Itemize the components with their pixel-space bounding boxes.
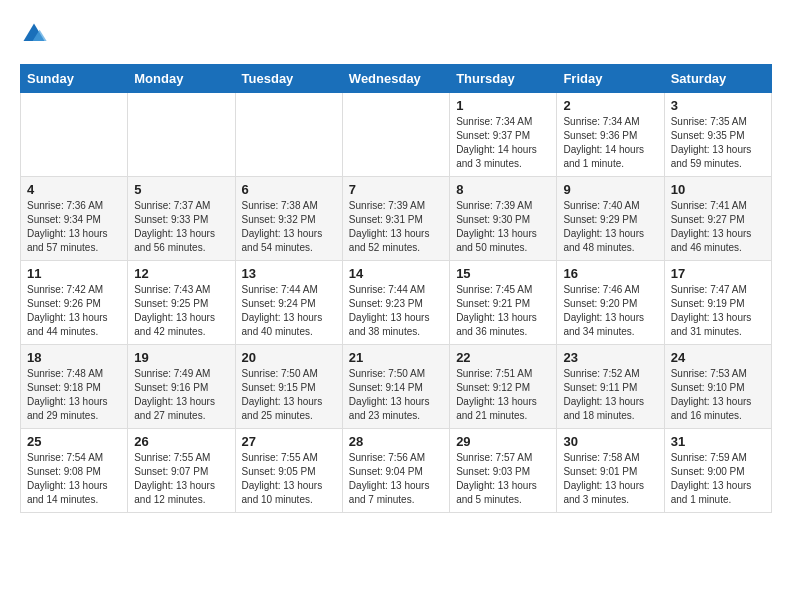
day-number: 31 xyxy=(671,434,765,449)
day-number: 26 xyxy=(134,434,228,449)
calendar-cell: 30Sunrise: 7:58 AM Sunset: 9:01 PM Dayli… xyxy=(557,429,664,513)
weekday-header: Monday xyxy=(128,65,235,93)
day-info: Sunrise: 7:41 AM Sunset: 9:27 PM Dayligh… xyxy=(671,200,752,253)
calendar-cell: 1Sunrise: 7:34 AM Sunset: 9:37 PM Daylig… xyxy=(450,93,557,177)
calendar-cell: 10Sunrise: 7:41 AM Sunset: 9:27 PM Dayli… xyxy=(664,177,771,261)
calendar-cell: 20Sunrise: 7:50 AM Sunset: 9:15 PM Dayli… xyxy=(235,345,342,429)
calendar-cell: 25Sunrise: 7:54 AM Sunset: 9:08 PM Dayli… xyxy=(21,429,128,513)
day-info: Sunrise: 7:52 AM Sunset: 9:11 PM Dayligh… xyxy=(563,368,644,421)
day-number: 5 xyxy=(134,182,228,197)
day-info: Sunrise: 7:40 AM Sunset: 9:29 PM Dayligh… xyxy=(563,200,644,253)
calendar-week-row: 25Sunrise: 7:54 AM Sunset: 9:08 PM Dayli… xyxy=(21,429,772,513)
day-number: 25 xyxy=(27,434,121,449)
calendar-cell: 17Sunrise: 7:47 AM Sunset: 9:19 PM Dayli… xyxy=(664,261,771,345)
calendar-cell: 22Sunrise: 7:51 AM Sunset: 9:12 PM Dayli… xyxy=(450,345,557,429)
calendar-cell: 4Sunrise: 7:36 AM Sunset: 9:34 PM Daylig… xyxy=(21,177,128,261)
calendar-cell: 29Sunrise: 7:57 AM Sunset: 9:03 PM Dayli… xyxy=(450,429,557,513)
logo-icon xyxy=(20,20,48,48)
day-info: Sunrise: 7:47 AM Sunset: 9:19 PM Dayligh… xyxy=(671,284,752,337)
calendar-week-row: 11Sunrise: 7:42 AM Sunset: 9:26 PM Dayli… xyxy=(21,261,772,345)
day-number: 29 xyxy=(456,434,550,449)
calendar-cell: 5Sunrise: 7:37 AM Sunset: 9:33 PM Daylig… xyxy=(128,177,235,261)
calendar-cell: 2Sunrise: 7:34 AM Sunset: 9:36 PM Daylig… xyxy=(557,93,664,177)
day-number: 1 xyxy=(456,98,550,113)
day-number: 15 xyxy=(456,266,550,281)
calendar-cell: 15Sunrise: 7:45 AM Sunset: 9:21 PM Dayli… xyxy=(450,261,557,345)
day-info: Sunrise: 7:37 AM Sunset: 9:33 PM Dayligh… xyxy=(134,200,215,253)
day-info: Sunrise: 7:34 AM Sunset: 9:37 PM Dayligh… xyxy=(456,116,537,169)
calendar-cell xyxy=(235,93,342,177)
day-info: Sunrise: 7:59 AM Sunset: 9:00 PM Dayligh… xyxy=(671,452,752,505)
calendar-cell: 6Sunrise: 7:38 AM Sunset: 9:32 PM Daylig… xyxy=(235,177,342,261)
calendar-week-row: 1Sunrise: 7:34 AM Sunset: 9:37 PM Daylig… xyxy=(21,93,772,177)
page-header xyxy=(20,20,772,48)
calendar-cell: 27Sunrise: 7:55 AM Sunset: 9:05 PM Dayli… xyxy=(235,429,342,513)
day-info: Sunrise: 7:55 AM Sunset: 9:05 PM Dayligh… xyxy=(242,452,323,505)
calendar-cell: 21Sunrise: 7:50 AM Sunset: 9:14 PM Dayli… xyxy=(342,345,449,429)
day-info: Sunrise: 7:39 AM Sunset: 9:30 PM Dayligh… xyxy=(456,200,537,253)
calendar-cell xyxy=(21,93,128,177)
calendar-cell: 18Sunrise: 7:48 AM Sunset: 9:18 PM Dayli… xyxy=(21,345,128,429)
calendar-cell: 26Sunrise: 7:55 AM Sunset: 9:07 PM Dayli… xyxy=(128,429,235,513)
weekday-header: Friday xyxy=(557,65,664,93)
calendar-cell: 23Sunrise: 7:52 AM Sunset: 9:11 PM Dayli… xyxy=(557,345,664,429)
day-number: 17 xyxy=(671,266,765,281)
day-info: Sunrise: 7:50 AM Sunset: 9:15 PM Dayligh… xyxy=(242,368,323,421)
day-number: 11 xyxy=(27,266,121,281)
day-number: 7 xyxy=(349,182,443,197)
calendar-cell: 8Sunrise: 7:39 AM Sunset: 9:30 PM Daylig… xyxy=(450,177,557,261)
day-number: 4 xyxy=(27,182,121,197)
day-number: 3 xyxy=(671,98,765,113)
day-info: Sunrise: 7:53 AM Sunset: 9:10 PM Dayligh… xyxy=(671,368,752,421)
day-info: Sunrise: 7:34 AM Sunset: 9:36 PM Dayligh… xyxy=(563,116,644,169)
day-number: 13 xyxy=(242,266,336,281)
calendar-cell: 12Sunrise: 7:43 AM Sunset: 9:25 PM Dayli… xyxy=(128,261,235,345)
calendar-cell: 24Sunrise: 7:53 AM Sunset: 9:10 PM Dayli… xyxy=(664,345,771,429)
calendar-cell xyxy=(342,93,449,177)
day-info: Sunrise: 7:46 AM Sunset: 9:20 PM Dayligh… xyxy=(563,284,644,337)
day-info: Sunrise: 7:54 AM Sunset: 9:08 PM Dayligh… xyxy=(27,452,108,505)
calendar-cell: 19Sunrise: 7:49 AM Sunset: 9:16 PM Dayli… xyxy=(128,345,235,429)
day-info: Sunrise: 7:38 AM Sunset: 9:32 PM Dayligh… xyxy=(242,200,323,253)
day-info: Sunrise: 7:51 AM Sunset: 9:12 PM Dayligh… xyxy=(456,368,537,421)
day-number: 2 xyxy=(563,98,657,113)
day-info: Sunrise: 7:55 AM Sunset: 9:07 PM Dayligh… xyxy=(134,452,215,505)
day-number: 9 xyxy=(563,182,657,197)
day-number: 12 xyxy=(134,266,228,281)
day-number: 23 xyxy=(563,350,657,365)
calendar-cell: 28Sunrise: 7:56 AM Sunset: 9:04 PM Dayli… xyxy=(342,429,449,513)
day-info: Sunrise: 7:43 AM Sunset: 9:25 PM Dayligh… xyxy=(134,284,215,337)
calendar-cell: 31Sunrise: 7:59 AM Sunset: 9:00 PM Dayli… xyxy=(664,429,771,513)
day-number: 16 xyxy=(563,266,657,281)
calendar-cell: 16Sunrise: 7:46 AM Sunset: 9:20 PM Dayli… xyxy=(557,261,664,345)
day-info: Sunrise: 7:36 AM Sunset: 9:34 PM Dayligh… xyxy=(27,200,108,253)
weekday-header: Saturday xyxy=(664,65,771,93)
day-info: Sunrise: 7:56 AM Sunset: 9:04 PM Dayligh… xyxy=(349,452,430,505)
calendar-cell: 9Sunrise: 7:40 AM Sunset: 9:29 PM Daylig… xyxy=(557,177,664,261)
day-info: Sunrise: 7:44 AM Sunset: 9:23 PM Dayligh… xyxy=(349,284,430,337)
day-info: Sunrise: 7:39 AM Sunset: 9:31 PM Dayligh… xyxy=(349,200,430,253)
calendar-week-row: 4Sunrise: 7:36 AM Sunset: 9:34 PM Daylig… xyxy=(21,177,772,261)
day-number: 19 xyxy=(134,350,228,365)
weekday-header: Tuesday xyxy=(235,65,342,93)
day-number: 21 xyxy=(349,350,443,365)
calendar-cell: 14Sunrise: 7:44 AM Sunset: 9:23 PM Dayli… xyxy=(342,261,449,345)
day-info: Sunrise: 7:35 AM Sunset: 9:35 PM Dayligh… xyxy=(671,116,752,169)
day-number: 18 xyxy=(27,350,121,365)
day-number: 28 xyxy=(349,434,443,449)
day-number: 20 xyxy=(242,350,336,365)
weekday-header: Wednesday xyxy=(342,65,449,93)
day-info: Sunrise: 7:50 AM Sunset: 9:14 PM Dayligh… xyxy=(349,368,430,421)
logo xyxy=(20,20,54,48)
day-number: 22 xyxy=(456,350,550,365)
day-info: Sunrise: 7:44 AM Sunset: 9:24 PM Dayligh… xyxy=(242,284,323,337)
day-info: Sunrise: 7:42 AM Sunset: 9:26 PM Dayligh… xyxy=(27,284,108,337)
day-info: Sunrise: 7:58 AM Sunset: 9:01 PM Dayligh… xyxy=(563,452,644,505)
day-info: Sunrise: 7:45 AM Sunset: 9:21 PM Dayligh… xyxy=(456,284,537,337)
calendar-cell: 13Sunrise: 7:44 AM Sunset: 9:24 PM Dayli… xyxy=(235,261,342,345)
calendar-cell: 3Sunrise: 7:35 AM Sunset: 9:35 PM Daylig… xyxy=(664,93,771,177)
day-number: 10 xyxy=(671,182,765,197)
weekday-header-row: SundayMondayTuesdayWednesdayThursdayFrid… xyxy=(21,65,772,93)
calendar-cell: 7Sunrise: 7:39 AM Sunset: 9:31 PM Daylig… xyxy=(342,177,449,261)
calendar-week-row: 18Sunrise: 7:48 AM Sunset: 9:18 PM Dayli… xyxy=(21,345,772,429)
